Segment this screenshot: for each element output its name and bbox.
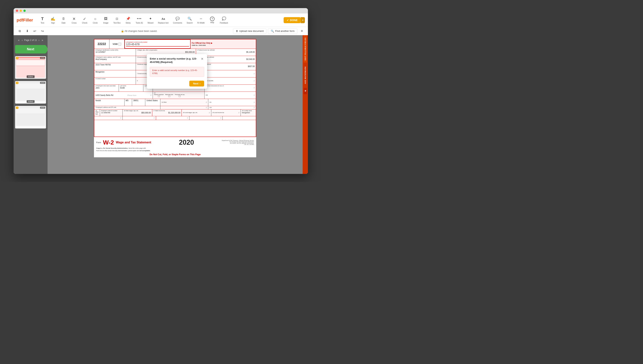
dialog-next-button[interactable]: Next › (189, 81, 204, 86)
tool-sign[interactable]: ✍ Sign (48, 15, 58, 25)
box12b-label: 12b (206, 94, 208, 96)
done-button-wrapper: ✓ DONE ▾ (284, 17, 305, 23)
tool-feedback[interactable]: 💭 Feedback (218, 15, 230, 25)
next-page-button[interactable]: › (38, 38, 40, 42)
employee-zip[interactable]: 38651 (133, 100, 144, 102)
state-val[interactable]: GA (95, 113, 99, 115)
tool-sticky[interactable]: 📌 Sticky (123, 15, 133, 25)
tool-comments[interactable]: 💬 Comments (171, 15, 184, 25)
help-icon: ? (210, 16, 215, 21)
close-button[interactable] (16, 10, 18, 12)
cross-label: Cross (72, 22, 77, 24)
employer-city[interactable]: Morganton (95, 71, 134, 73)
privacy-act: For Privacy Act and Paperwork Reduction (222, 141, 254, 142)
menu-button[interactable]: ≡ (299, 28, 305, 34)
box13-label: 13 (154, 92, 203, 94)
box16-label: 16 State wages, tips, etc. (124, 110, 151, 111)
dialog-next-label: Next (193, 82, 198, 85)
ssn-value[interactable]: 123-45-678 (126, 43, 189, 46)
find-another-form-button[interactable]: 🔍 Find another form (268, 28, 297, 34)
employer-name-label: c Employer's name, address, and ZIP code (95, 56, 134, 58)
upload-button[interactable]: ⬆ Upload new document (233, 28, 266, 34)
last-page-button[interactable]: » (41, 38, 44, 42)
employee-addr[interactable]: 1433 Sandy Betts Rd (95, 94, 113, 96)
employer-name[interactable]: AnyCompany (95, 58, 134, 60)
comments-label: Comments (173, 22, 182, 24)
page-4-badge: 4 (16, 107, 18, 109)
add-watermark-tab[interactable]: ADD WATERMARK (304, 64, 307, 86)
omb-label: OMB No. 1545-0008 (192, 44, 255, 46)
employee-city[interactable]: Nesbit (95, 100, 123, 102)
dialog-error-message: Enter a valid social security number (e.… (150, 67, 204, 77)
tool-cross[interactable]: ✕ Cross (69, 15, 79, 25)
tool-text[interactable]: T Text (38, 15, 47, 25)
first-page-button[interactable]: « (17, 38, 20, 42)
copy-button[interactable]: ⧉ (17, 28, 23, 34)
image-icon: 🖼 (104, 16, 108, 22)
box16-val[interactable]: $50,000.00 (124, 112, 151, 114)
box1-value[interactable]: $50,000.00 (137, 51, 195, 53)
done-button[interactable]: ✓ DONE (284, 17, 301, 23)
redo-button[interactable]: ↪ (39, 28, 45, 34)
check-icon: ✓ (83, 16, 86, 22)
print-tab[interactable]: 🖨 (304, 88, 307, 94)
tool-circle[interactable]: ○ Circle (90, 15, 100, 25)
tool-date[interactable]: 🗓 Date (59, 15, 69, 25)
right-sidebar: EDIT FILLABLE FIELDS ADD WATERMARK 🖨 (303, 35, 308, 174)
box2-value[interactable]: $5,128.00 (197, 51, 255, 53)
employee-fname[interactable]: John (95, 87, 118, 89)
page-3-badge: 3 (16, 82, 18, 84)
page-3-thumbnail[interactable]: 3 26/60 Edited (15, 81, 46, 104)
edit-fillable-fields-tab[interactable]: EDIT FILLABLE FIELDS (304, 35, 307, 62)
minimize-button[interactable] (20, 10, 22, 12)
state-id-val[interactable]: 12-3456789 (101, 112, 121, 114)
find-icon: 🔍 (271, 30, 274, 32)
undo-button[interactable]: ↩ (32, 28, 38, 34)
tool-fitwidth[interactable]: ↔ Fit Width (195, 15, 206, 25)
tool-check[interactable]: ✓ Check (80, 15, 90, 25)
maximize-button[interactable] (23, 10, 26, 12)
employee-lname[interactable]: Smith (120, 87, 142, 89)
tool-search[interactable]: 🔍 Search (185, 15, 194, 25)
done-dropdown-button[interactable]: ▾ (301, 17, 305, 23)
tool-help[interactable]: ? Help (207, 16, 217, 25)
w2-bottom: Form W-2 Wage and Tax Statement 2020 Dep… (94, 137, 256, 157)
tool-replace[interactable]: Aa Replace text (156, 15, 170, 25)
dialog-close-button[interactable]: ✕ (200, 57, 204, 61)
dialog-next-icon: › (200, 82, 200, 85)
box17-label: 17 State income tax (153, 110, 180, 111)
box12c-label: 12c (209, 102, 211, 103)
form-w2: W-2 (103, 139, 114, 146)
prev-page-button[interactable]: ‹ (21, 38, 23, 42)
employee-country[interactable]: United States (146, 100, 159, 102)
next-button[interactable]: Next (15, 45, 46, 54)
main-window: pdfFiller T Text ✍ Sign 🗓 Date ✕ Cross ✓… (14, 8, 308, 174)
tool-image[interactable]: 🖼 Image (101, 15, 111, 25)
page-4-thumbnail[interactable]: 4 26/60 (15, 106, 46, 128)
employer-addr[interactable]: 1515 Town Hill Rd (95, 64, 134, 66)
search-icon: 🔍 (187, 16, 192, 22)
tool-textbox[interactable]: ⊡ Text Box (112, 15, 122, 25)
page-2-thumbnail[interactable]: 2 27/61 Edited (15, 56, 46, 79)
box2-label: 2 Federal income tax withheld (197, 49, 255, 51)
tool-tools6[interactable]: ••• Tools (6) (134, 15, 145, 25)
employee-state[interactable]: MS (126, 100, 131, 102)
done-label: DONE (290, 19, 298, 22)
void-label: VOID (113, 43, 118, 45)
print-icon: 🖨 (304, 90, 306, 92)
control-num-label: d Control number (95, 78, 134, 79)
image-label: Image (103, 22, 108, 24)
box17-val[interactable]: $1,320,000.00 (153, 112, 180, 114)
secondary-toolbar-right: ⬆ Upload new document 🔍 Find another for… (233, 28, 305, 34)
download-button[interactable]: ⬇ (24, 28, 30, 34)
tool-wizard[interactable]: ✦ Wizard (146, 15, 155, 25)
ein-value[interactable]: 12-1234567 (95, 51, 134, 53)
box9-label: 9 (137, 80, 138, 82)
ssn-dialog: Enter a social security number (e.g. 123… (147, 54, 207, 89)
copy-a-sub3: not acceptable. (139, 150, 150, 152)
box20-val[interactable]: Morganton (242, 112, 255, 114)
upload-icon: ⬆ (236, 30, 238, 32)
textbox-icon: ⊡ (116, 16, 118, 22)
box12d-label: 12d (209, 107, 212, 108)
replace-label: Replace text (158, 22, 169, 24)
